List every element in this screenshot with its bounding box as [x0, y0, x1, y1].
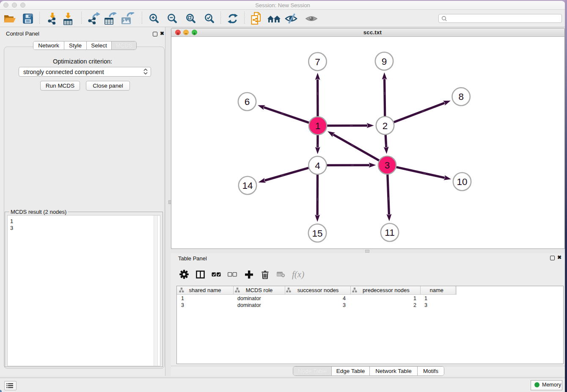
svg-text:15: 15 — [312, 228, 322, 239]
svg-text:1: 1 — [315, 121, 321, 131]
svg-text:6: 6 — [245, 97, 250, 107]
svg-text:8: 8 — [458, 91, 464, 102]
svg-text:9: 9 — [382, 56, 387, 67]
svg-text:14: 14 — [242, 180, 253, 191]
svg-text:2: 2 — [383, 121, 388, 131]
svg-text:3: 3 — [385, 160, 390, 171]
svg-text:11: 11 — [385, 227, 394, 238]
svg-text:4: 4 — [315, 160, 320, 171]
svg-text:10: 10 — [457, 177, 467, 187]
svg-text:7: 7 — [315, 57, 320, 67]
